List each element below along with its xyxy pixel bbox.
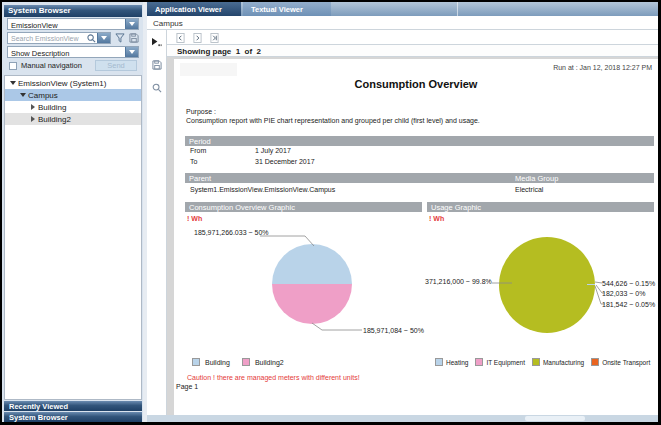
media-group-header: Media Group <box>515 174 558 183</box>
description-select-value: Show Description <box>8 47 125 57</box>
purpose-label: Purpose : <box>186 108 216 115</box>
caution-text: Caution ! there are managed meters with … <box>187 374 360 381</box>
usage-legend: Heating IT Equipment Manufacturing Onsit… <box>435 358 650 366</box>
purpose-text: Consumption report with PIE chart repres… <box>186 117 480 124</box>
tabstrip-separator <box>457 2 458 16</box>
recently-viewed-panel-button[interactable]: Recently Viewed <box>4 401 142 411</box>
period-from-value: 1 July 2017 <box>255 147 291 154</box>
viewer-panel: Application Viewer Textual Viewer Campus… <box>147 2 658 422</box>
report-page: Run at : Jan 12, 2018 12:27 PM Consumpti… <box>174 59 658 415</box>
tree-item-campus[interactable]: Campus <box>5 89 141 101</box>
expand-collapse-icon[interactable] <box>28 104 38 110</box>
callout-manufacturing: 371,216,000 ~ 99.8% <box>425 278 490 285</box>
consumption-pie-chart <box>272 244 352 324</box>
search-placeholder: Search EmissionView <box>8 35 86 42</box>
manual-navigation-checkbox[interactable] <box>9 62 17 70</box>
callout-it-equipment: 182,033 ~ 0% <box>602 290 645 297</box>
browser-controls: EmissionView Search EmissionView Show De… <box>4 17 142 71</box>
search-options-chevron-icon[interactable] <box>97 33 110 43</box>
legend-item: Building <box>192 358 230 366</box>
chevron-down-icon[interactable] <box>125 19 138 29</box>
period-to-value: 31 December 2017 <box>255 158 315 165</box>
report-title: Consumption Overview <box>174 78 658 90</box>
parent-section-header: ParentMedia Group <box>185 173 654 183</box>
viewer-tabstrip: Application Viewer Textual Viewer <box>147 2 658 16</box>
breadcrumb: Campus <box>147 16 658 30</box>
system-browser-panel: System Browser EmissionView Search Emiss… <box>2 2 143 422</box>
description-select[interactable]: Show Description <box>7 46 139 58</box>
viewer-side-toolbar <box>147 30 167 415</box>
legend-item: Onsite Transport <box>591 358 650 366</box>
filter-icon[interactable] <box>115 33 125 43</box>
report-logo-placeholder <box>180 63 237 76</box>
legend-swatch <box>435 358 443 366</box>
legend-swatch <box>192 358 200 366</box>
save-filter-icon[interactable] <box>129 33 139 43</box>
callout-heating: 544,626 ~ 0.15% <box>602 280 655 287</box>
page-number-label: Page 1 <box>176 383 198 390</box>
navigation-tree: EmissionView (System1) Campus Building B… <box>4 75 142 400</box>
system-browser-title: System Browser <box>8 6 71 15</box>
tree-item-emissionview[interactable]: EmissionView (System1) <box>5 77 141 89</box>
period-section-header: Period <box>185 136 654 146</box>
consumption-unit-warning: ! Wh <box>187 215 202 222</box>
expand-collapse-icon[interactable] <box>8 81 18 85</box>
expand-collapse-icon[interactable] <box>28 116 38 122</box>
horizontal-scrollbar[interactable] <box>147 415 658 422</box>
search-input[interactable]: Search EmissionView <box>7 32 111 44</box>
callout-onsite-transport: 181,542 ~ 0.05% <box>602 301 655 308</box>
chevron-down-icon[interactable] <box>125 47 138 57</box>
zoom-icon[interactable] <box>152 79 162 97</box>
usage-graphic-header: Usage Graphic <box>427 202 654 212</box>
consumption-graphic-header: Consumption Overview Graphic <box>185 202 422 212</box>
tree-item-building[interactable]: Building <box>5 101 141 113</box>
tab-textual-viewer[interactable]: Textual Viewer <box>243 2 331 16</box>
callout-building: 185,971,266.033 ~ 50% <box>194 229 269 236</box>
manual-navigation-label: Manual navigation <box>21 61 82 70</box>
tree-item-building2[interactable]: Building2 <box>5 113 141 125</box>
report-run-at: Run at : Jan 12, 2018 12:27 PM <box>553 64 652 71</box>
legend-swatch <box>591 358 599 366</box>
period-to-label: To <box>190 158 197 165</box>
system-browser-panel-button[interactable]: System Browser <box>4 412 142 422</box>
search-icon[interactable] <box>86 34 97 43</box>
consumption-legend: Building Building2 <box>192 358 284 366</box>
scrollbar-thumb[interactable] <box>525 416 585 421</box>
run-report-icon[interactable] <box>151 33 162 51</box>
save-report-icon[interactable] <box>152 56 162 74</box>
legend-swatch <box>532 358 540 366</box>
media-group-value: Electrical <box>515 186 543 193</box>
legend-swatch <box>475 358 483 366</box>
callout-building2: 185,971,084 ~ 50% <box>363 327 424 334</box>
system-browser-header[interactable]: System Browser <box>4 5 142 17</box>
parent-value: System1.EmissionView.EmissionView.Campus <box>190 186 335 193</box>
legend-swatch <box>242 358 250 366</box>
view-select-value: EmissionView <box>8 19 125 29</box>
expand-collapse-icon[interactable] <box>18 93 28 97</box>
view-select[interactable]: EmissionView <box>7 18 139 30</box>
tab-application-viewer[interactable]: Application Viewer <box>147 2 241 16</box>
paging-toolbar <box>167 30 658 44</box>
report-viewport: Run at : Jan 12, 2018 12:27 PM Consumpti… <box>167 57 658 415</box>
legend-item: Heating <box>435 358 468 366</box>
legend-item: IT Equipment <box>475 358 525 366</box>
send-button[interactable]: Send <box>95 60 137 71</box>
usage-pie-chart <box>499 237 595 333</box>
application-window: System Browser EmissionView Search Emiss… <box>2 2 658 422</box>
usage-unit-warning: ! Wh <box>429 215 444 222</box>
paging-status: Showing page 1 of 2 <box>167 44 658 57</box>
period-from-label: From <box>190 147 206 154</box>
legend-item: Building2 <box>242 358 284 366</box>
legend-item: Manufacturing <box>532 358 584 366</box>
